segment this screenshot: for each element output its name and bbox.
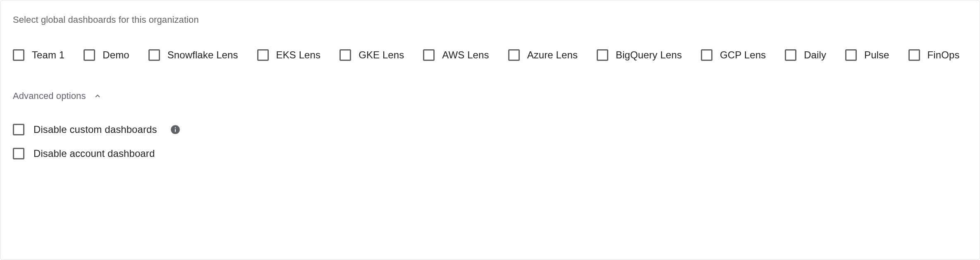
checkbox-icon: [908, 49, 920, 61]
advanced-options-group: Disable custom dashboards Disable accoun…: [13, 124, 967, 159]
dashboard-selection-panel: Select global dashboards for this organi…: [0, 0, 980, 260]
checkbox-label: GCP Lens: [720, 49, 766, 61]
checkbox-icon: [148, 49, 160, 61]
info-icon[interactable]: [170, 124, 181, 135]
dashboard-checkbox-gcp-lens[interactable]: GCP Lens: [701, 49, 766, 61]
dashboard-checkbox-eks-lens[interactable]: EKS Lens: [257, 49, 321, 61]
advanced-checkbox-disable-custom-dashboards[interactable]: Disable custom dashboards: [13, 124, 967, 135]
checkbox-icon: [339, 49, 351, 61]
checkbox-label: EKS Lens: [276, 49, 321, 61]
checkbox-label: Daily: [804, 49, 826, 61]
checkbox-icon: [701, 49, 712, 61]
dashboard-checkbox-daily[interactable]: Daily: [785, 49, 826, 61]
checkbox-label: BigQuery Lens: [616, 49, 682, 61]
dashboard-checkbox-gke-lens[interactable]: GKE Lens: [339, 49, 404, 61]
checkbox-icon: [508, 49, 520, 61]
dashboard-checkbox-bigquery-lens[interactable]: BigQuery Lens: [597, 49, 682, 61]
dashboard-checkbox-team-1[interactable]: Team 1: [13, 49, 65, 61]
checkbox-icon: [597, 49, 608, 61]
checkbox-icon: [785, 49, 796, 61]
dashboard-checkbox-finops[interactable]: FinOps: [908, 49, 960, 61]
checkbox-icon: [13, 124, 24, 135]
checkbox-label: Azure Lens: [527, 49, 578, 61]
dashboard-checkbox-pulse[interactable]: Pulse: [845, 49, 889, 61]
checkbox-label: Disable custom dashboards: [33, 124, 157, 135]
checkbox-label: AWS Lens: [442, 49, 489, 61]
advanced-checkbox-disable-account-dashboard[interactable]: Disable account dashboard: [13, 148, 967, 159]
checkbox-icon: [13, 49, 24, 61]
checkbox-icon: [845, 49, 857, 61]
advanced-options-label: Advanced options: [13, 91, 86, 101]
dashboard-checkbox-snowflake-lens[interactable]: Snowflake Lens: [148, 49, 238, 61]
checkbox-label: GKE Lens: [359, 49, 404, 61]
dashboard-checkbox-group: Team 1 Demo Snowflake Lens EKS Lens GKE …: [13, 49, 967, 61]
dashboard-checkbox-demo[interactable]: Demo: [84, 49, 129, 61]
checkbox-icon: [84, 49, 95, 61]
dashboard-checkbox-azure-lens[interactable]: Azure Lens: [508, 49, 578, 61]
checkbox-label: Team 1: [32, 49, 65, 61]
section-heading: Select global dashboards for this organi…: [13, 14, 967, 25]
chevron-up-icon: [93, 91, 103, 101]
checkbox-icon: [423, 49, 435, 61]
checkbox-icon: [13, 148, 24, 159]
checkbox-label: Snowflake Lens: [167, 49, 238, 61]
checkbox-icon: [257, 49, 269, 61]
dashboard-checkbox-aws-lens[interactable]: AWS Lens: [423, 49, 489, 61]
checkbox-label: Pulse: [864, 49, 889, 61]
checkbox-label: Demo: [103, 49, 129, 61]
checkbox-label: FinOps: [927, 49, 960, 61]
checkbox-label: Disable account dashboard: [33, 148, 155, 159]
advanced-options-toggle[interactable]: Advanced options: [13, 91, 103, 101]
